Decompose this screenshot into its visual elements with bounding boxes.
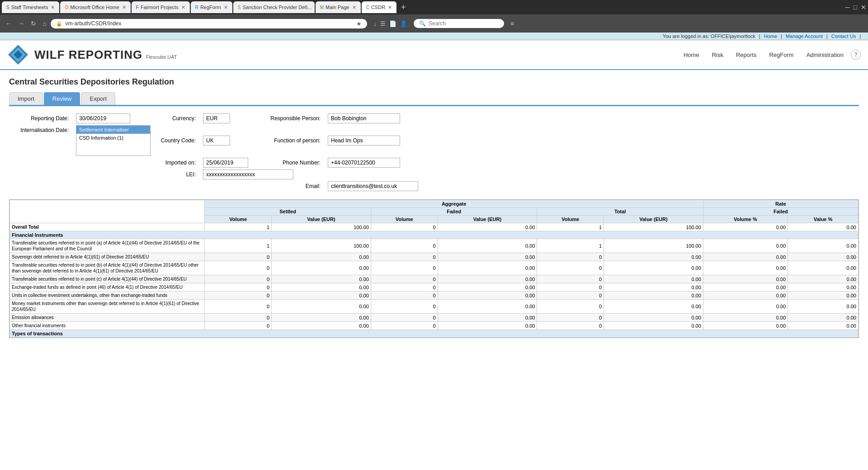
imported-on-input[interactable] [203,158,248,168]
nav-administration[interactable]: Administration [801,49,849,61]
country-code-input[interactable] [203,136,230,146]
browser-tab-sanction[interactable]: S Sanction Check Provider Defi... ✕ [233,1,315,13]
search-bar[interactable]: 🔍 [414,19,504,28]
row-cell: 0.00 [272,261,371,275]
row-cell: 0.00 [703,253,788,261]
internalisation-item-csd[interactable]: CSD Information (1) [76,134,150,142]
function-of-person-input[interactable] [328,136,400,146]
row-cell: 0.00 [438,322,537,330]
tab-import[interactable]: Import [9,92,43,105]
bookmark-icon[interactable]: ★ [356,20,362,27]
nav-risk[interactable]: Risk [707,49,729,61]
page-content: Central Securities Depositories Regulati… [0,70,868,345]
tab-icon-fairmort: F [136,5,139,10]
currency-input[interactable] [203,113,230,123]
tab-label: CSDR [371,5,385,10]
section-header-row: Types of transactions [10,330,859,338]
row-cell: 0 [371,239,438,253]
nav-home[interactable]: Home [678,49,705,61]
minimize-icon[interactable]: ─ [845,4,850,11]
internalisation-item-settlement[interactable]: Settlement Internaliser [76,126,150,134]
tab-icon-csdr: C [366,5,369,10]
home-button[interactable]: ⌂ [41,19,48,28]
reporting-date-input[interactable] [76,113,130,123]
app-header-bar: You are logged in as: OFFICE\jaymortlock… [0,33,868,40]
header-home-link[interactable]: Home [764,33,777,39]
browser-tab-fairmort[interactable]: F Fairmort Projects ✕ [132,1,190,13]
tab-label: Fairmort Projects [141,5,179,10]
col-f-volume: Volume [371,216,438,223]
tab-close[interactable]: ✕ [352,5,356,10]
tab-close[interactable]: ✕ [122,5,126,10]
browser-tab-staff-timesheets[interactable]: S Staff Timesheets ✕ [2,1,59,13]
row-cell: 0 [371,283,438,291]
row-cell: 0 [205,314,272,322]
search-input[interactable] [429,20,483,27]
browser-tab-office-home[interactable]: O Microsoft Office Home ✕ [60,1,130,13]
data-table: Aggregate Rate Settled Failed Total Fail… [9,200,859,338]
row-cell: 1 [205,223,272,231]
col-f-value: Value (EUR) [438,216,537,223]
row-cell: 0 [205,261,272,275]
lei-input[interactable] [203,169,293,179]
row-cell: 0.00 [272,322,371,330]
row-cell: 0.00 [604,322,703,330]
header-contact-us-link[interactable]: Contact Us [831,33,856,39]
col-r-val-pct: Value % [788,216,859,223]
menu-icon[interactable]: ≡ [510,20,514,27]
forward-button[interactable]: → [16,19,26,28]
header-manage-account-link[interactable]: Manage Account [786,33,823,39]
row-cell: 0.00 [604,261,703,275]
row-cell: 0.00 [788,223,859,231]
browser-tab-csdr[interactable]: C CSDR ✕ [362,1,396,13]
tab-label: RegForm [200,5,221,10]
row-cell: 0.00 [272,275,371,283]
row-cell: 0 [537,275,604,283]
imported-on-label: Imported on: [154,157,199,169]
browser-tab-regform[interactable]: R RegForm ✕ [191,1,232,13]
maximize-icon[interactable]: □ [854,4,857,11]
row-cell: 0.00 [272,291,371,300]
row-cell: 0.00 [438,291,537,300]
row-label: Transferable securities referred to in p… [10,275,205,283]
browser-tab-main[interactable]: M Main Page ✕ [316,1,361,13]
bookmarks-icon[interactable]: ☰ [380,20,386,27]
function-of-person-label: Function of person: [252,124,324,157]
settled-header: Settled [205,208,371,216]
lei-label: LEI: [154,169,199,180]
phone-number-input[interactable] [328,158,400,168]
row-cell: 0 [205,275,272,283]
nav-regform[interactable]: RegForm [764,49,799,61]
row-label: Emission allowances [10,314,205,322]
nav-help-button[interactable]: ? [851,50,861,60]
close-window-icon[interactable]: ✕ [861,4,866,11]
aggregate-header: Aggregate [205,200,703,208]
data-table-wrap: Aggregate Rate Settled Failed Total Fail… [9,199,859,338]
tab-label: Sanction Check Provider Defi... [242,5,311,10]
tab-export[interactable]: Export [81,92,115,105]
tab-close[interactable]: ✕ [51,5,55,10]
row-label: Overall Total [10,223,205,231]
browser-window-controls: ─ □ ✕ [845,4,866,11]
back-button[interactable]: ← [4,19,14,28]
reader-icon[interactable]: 📄 [389,20,396,27]
new-tab-button[interactable]: + [397,3,410,12]
tab-review[interactable]: Review [44,92,80,105]
url-bar[interactable]: 🔒 vm-arbuth/CSDR/Index ★ [51,19,367,28]
nav-reports[interactable]: Reports [731,49,762,61]
tab-close[interactable]: ✕ [224,5,228,10]
row-cell: 0 [371,291,438,300]
row-cell: 0.00 [272,300,371,314]
profile-icon[interactable]: 👤 [400,20,407,27]
tab-close[interactable]: ✕ [388,5,392,10]
responsible-person-input[interactable] [328,113,400,123]
tab-close[interactable]: ✕ [181,5,185,10]
internalisation-list[interactable]: Settlement Internaliser CSD Information … [76,125,151,156]
email-input[interactable] [328,181,418,191]
downloads-icon[interactable]: ↓ [373,20,377,27]
reload-button[interactable]: ↻ [29,19,38,28]
row-cell: 0 [371,275,438,283]
row-cell: 0 [371,314,438,322]
row-cell: 0.00 [703,314,788,322]
tab-icon-regform: R [195,5,198,10]
